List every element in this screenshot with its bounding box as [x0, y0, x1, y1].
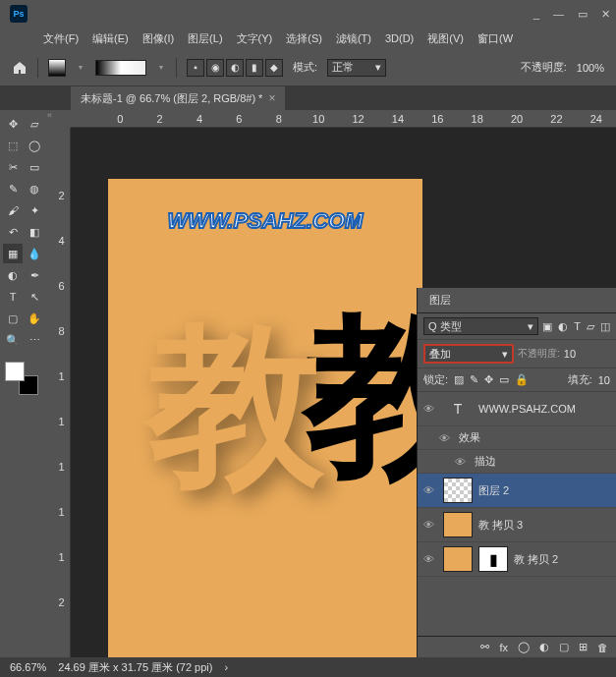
gradient-tool-icon[interactable]: ▦ [3, 244, 23, 263]
filter-type-icon[interactable]: T [574, 320, 581, 333]
chevron-down-icon[interactable]: ▾ [156, 63, 166, 73]
visibility-icon[interactable]: 👁 [439, 432, 453, 444]
home-icon[interactable] [12, 60, 28, 76]
layer-name[interactable]: 图层 2 [478, 483, 509, 498]
opacity-value[interactable]: 10 [564, 348, 576, 360]
layer-name[interactable]: WWW.PSAHZ.COM [478, 403, 576, 415]
history-brush-icon[interactable]: ↶ [3, 222, 23, 242]
fx-icon[interactable]: fx [499, 642, 508, 653]
gradient-linear-icon[interactable]: ▪ [187, 59, 204, 77]
opacity-value[interactable]: 100% [577, 62, 604, 74]
menu-window[interactable]: 窗口(W [472, 29, 519, 48]
lock-brush-icon[interactable]: ✎ [470, 373, 478, 386]
crop-tool-icon[interactable]: ✂ [3, 157, 23, 177]
rectangle-tool-icon[interactable]: ▢ [3, 309, 23, 328]
hand-tool-icon[interactable]: ✋ [25, 309, 44, 328]
trash-icon[interactable]: 🗑 [597, 642, 608, 653]
blend-mode-dropdown[interactable]: 正常▾ [327, 59, 386, 77]
layer-list: 👁 T WWW.PSAHZ.COM 👁 效果 👁 描边 👁 图层 2 👁 教 拷… [418, 392, 616, 636]
blur-tool-icon[interactable]: 💧 [25, 244, 44, 263]
gradient-diamond-icon[interactable]: ◆ [265, 59, 283, 77]
color-swatches[interactable] [3, 360, 40, 397]
type-tool-icon[interactable]: T [3, 287, 23, 307]
layer-thumbnail[interactable] [443, 478, 473, 503]
layer-effects-group[interactable]: 👁 效果 [418, 426, 616, 450]
frame-tool-icon[interactable]: ▭ [25, 157, 44, 177]
filter-smart-icon[interactable]: ◫ [600, 320, 610, 333]
menu-filter[interactable]: 滤镜(T) [330, 29, 377, 48]
menu-file[interactable]: 文件(F) [37, 29, 84, 48]
path-select-icon[interactable]: ↖ [25, 287, 44, 307]
lock-pixels-icon[interactable]: ▨ [454, 373, 464, 386]
menu-edit[interactable]: 编辑(E) [86, 29, 135, 48]
layer-thumbnail[interactable] [443, 546, 473, 572]
layer-filter-dropdown[interactable]: Q 类型▾ [423, 317, 538, 335]
visibility-icon[interactable]: 👁 [455, 456, 469, 468]
edit-toolbar-icon[interactable]: ⋯ [25, 330, 44, 350]
gradient-type-icon[interactable] [48, 59, 66, 77]
move-tool-icon[interactable]: ✥ [3, 114, 23, 134]
link-layers-icon[interactable]: ⚯ [480, 641, 489, 653]
underscore-icon[interactable]: _ [533, 8, 539, 20]
zoom-tool-icon[interactable]: 🔍 [3, 330, 23, 350]
menu-layer[interactable]: 图层(L) [182, 29, 228, 48]
layer-effect-item[interactable]: 👁 描边 [418, 450, 616, 474]
eyedropper-tool-icon[interactable]: ✎ [3, 179, 23, 198]
brush-tool-icon[interactable]: 🖌 [3, 200, 23, 220]
new-layer-icon[interactable]: ⊞ [579, 641, 588, 653]
lasso-tool-icon[interactable]: ◯ [25, 136, 44, 155]
gradient-radial-icon[interactable]: ◉ [206, 59, 224, 77]
marquee-tool-icon[interactable]: ⬚ [3, 136, 23, 155]
artboard-tool-icon[interactable]: ▱ [25, 114, 44, 134]
group-icon[interactable]: ▢ [559, 641, 569, 653]
minimize-icon[interactable]: — [553, 8, 564, 20]
layer-item[interactable]: 👁 T WWW.PSAHZ.COM [418, 392, 616, 426]
visibility-icon[interactable]: 👁 [423, 403, 437, 415]
visibility-icon[interactable]: 👁 [423, 484, 437, 496]
gradient-angle-icon[interactable]: ◐ [226, 59, 244, 77]
canvas[interactable]: WWW.PSAHZ.COM 教 教 [108, 179, 422, 657]
filter-adjust-icon[interactable]: ◐ [558, 320, 568, 333]
visibility-icon[interactable]: 👁 [423, 519, 437, 531]
mask-icon[interactable]: ◯ [518, 641, 530, 653]
ruler-horizontal[interactable]: 024681012141618202224 [71, 110, 616, 128]
layer-item[interactable]: 👁 教 拷贝 3 [418, 508, 616, 542]
layer-item[interactable]: 👁 ▮ 教 拷贝 2 [418, 542, 616, 577]
adjustment-icon[interactable]: ◐ [539, 641, 549, 653]
document-tab[interactable]: 未标题-1 @ 66.7% (图层 2, RGB/8#) * × [71, 86, 285, 110]
layer-thumbnail[interactable] [443, 512, 473, 537]
menu-image[interactable]: 图像(I) [137, 29, 180, 48]
menu-view[interactable]: 视图(V) [421, 29, 470, 48]
healing-tool-icon[interactable]: ◍ [25, 179, 44, 198]
gradient-reflected-icon[interactable]: ▮ [246, 59, 263, 77]
stamp-tool-icon[interactable]: ✦ [25, 200, 44, 220]
layer-name[interactable]: 教 拷贝 2 [514, 552, 558, 567]
close-tab-icon[interactable]: × [268, 91, 275, 105]
visibility-icon[interactable]: 👁 [423, 553, 437, 565]
dodge-tool-icon[interactable]: ◐ [3, 265, 23, 285]
menu-3d[interactable]: 3D(D) [379, 30, 420, 46]
lock-all-icon[interactable]: 🔒 [515, 373, 529, 386]
pen-tool-icon[interactable]: ✒ [25, 265, 44, 285]
menu-select[interactable]: 选择(S) [280, 29, 328, 48]
lock-position-icon[interactable]: ✥ [484, 373, 493, 386]
ruler-vertical[interactable]: 2468111112 [53, 128, 71, 657]
layer-mask-thumbnail[interactable]: ▮ [478, 546, 508, 572]
layer-name[interactable]: 教 拷贝 3 [478, 518, 523, 533]
layer-item[interactable]: 👁 图层 2 [418, 474, 616, 508]
zoom-level[interactable]: 66.67% [10, 661, 46, 673]
fill-value[interactable]: 10 [598, 374, 610, 386]
lock-artboard-icon[interactable]: ▭ [499, 373, 509, 386]
blend-mode-dropdown[interactable]: 叠加▾ [423, 344, 514, 364]
menu-type[interactable]: 文字(Y) [231, 29, 279, 48]
gradient-swatch[interactable] [95, 60, 146, 76]
eraser-tool-icon[interactable]: ◧ [25, 222, 44, 242]
chevron-right-icon[interactable]: › [224, 661, 228, 673]
restore-icon[interactable]: ▭ [578, 8, 588, 21]
filter-pixel-icon[interactable]: ▣ [542, 320, 552, 333]
layers-tab[interactable]: 图层 [418, 288, 463, 312]
foreground-color-swatch[interactable] [5, 362, 25, 381]
close-icon[interactable]: ✕ [601, 8, 610, 21]
filter-shape-icon[interactable]: ▱ [587, 320, 594, 333]
chevron-down-icon[interactable]: ▾ [76, 63, 85, 73]
